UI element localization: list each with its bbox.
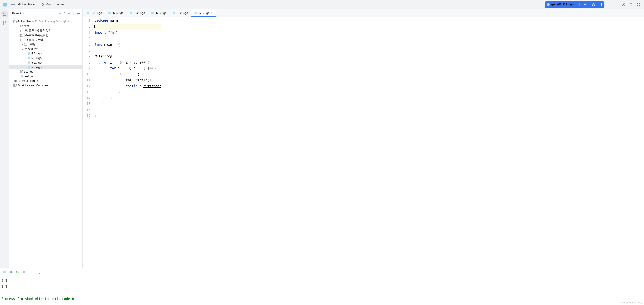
more-actions-button[interactable] <box>599 3 604 6</box>
tree-item-label: 5.2.3.go <box>31 61 42 64</box>
expand-icon[interactable]: ⇵ <box>63 12 66 15</box>
tab-5.1.2.go[interactable]: 5.1.2.go <box>105 9 126 17</box>
run-panel: Run ⋮ 0 11 1 Process finished with the e… <box>0 268 644 305</box>
branch-icon <box>41 3 44 6</box>
run-gutter-icon[interactable]: ▶ <box>95 42 97 48</box>
svg-point-54 <box>88 13 88 13</box>
tab-label: 5.2.1.go <box>135 11 145 15</box>
layout-button[interactable] <box>32 271 35 274</box>
close-pane-icon[interactable]: ✕ <box>68 12 70 15</box>
debug-button[interactable] <box>590 3 598 6</box>
tree-item-第5章流程控制[interactable]: ⌄第5章流程控制 <box>9 38 82 42</box>
tree-item-if判断[interactable]: ›if判断 <box>9 42 82 47</box>
svg-point-71 <box>173 12 176 14</box>
chevron-down-icon: ⌄ <box>66 3 68 6</box>
structure-tool-button[interactable] <box>3 21 6 25</box>
svg-point-7 <box>43 4 44 4</box>
tree-item-label: test <box>24 24 29 28</box>
tree-item-test.go[interactable]: test.go <box>9 74 82 79</box>
svg-point-23 <box>6 29 6 30</box>
svg-point-14 <box>601 5 602 6</box>
fold-icon[interactable]: ⌄ <box>99 42 100 48</box>
svg-point-38 <box>29 62 29 63</box>
project-tool-button[interactable] <box>1 11 8 18</box>
run-configuration[interactable]: go build 5.2.4.go ⌄ <box>545 1 604 8</box>
tree-item-label: 第5章流程控制 <box>24 38 43 42</box>
tree-item-label: 5.2.1.go <box>31 52 42 55</box>
tree-item-label: 5.2.4.go <box>31 66 42 69</box>
code-with-me-icon[interactable] <box>621 2 626 8</box>
svg-point-76 <box>194 12 197 14</box>
project-dropdown[interactable]: GolangStudy ⌄ <box>18 3 38 6</box>
scratches-consoles[interactable]: ›Scratches and Consoles <box>9 83 82 88</box>
svg-point-79 <box>195 13 196 13</box>
tree-item-第3章基本变量与类型[interactable]: ›第3章基本变量与类型 <box>9 28 82 33</box>
project-tree[interactable]: ⌄GolangStudyD:\DingJiaxiong\GolangStudy›… <box>9 18 82 268</box>
svg-point-65 <box>131 13 132 13</box>
tree-item-5.2.4.go[interactable]: 5.2.4.go <box>9 65 82 69</box>
svg-point-11 <box>593 4 594 6</box>
tree-item-循环控制[interactable]: ⌄循环控制 <box>9 47 82 51</box>
twist-icon: › <box>18 25 20 27</box>
locate-icon[interactable]: ⊕ <box>59 12 61 15</box>
code-editor[interactable]: 12345▶⌄678⌄9⌄10⌄11121314151617 package m… <box>82 17 644 268</box>
go-file-icon <box>547 3 550 6</box>
svg-rect-50 <box>14 84 16 86</box>
fold-icon[interactable]: ⌄ <box>99 72 100 78</box>
more-tools-button[interactable] <box>3 29 6 30</box>
left-toolstripe <box>0 9 9 268</box>
search-icon[interactable] <box>628 2 634 8</box>
watermark: CSDN @Ding Jiaxiong <box>618 301 642 304</box>
external-libraries[interactable]: ›External Libraries <box>9 79 82 83</box>
tab-5.2.2.go[interactable]: 5.2.2.go <box>148 9 170 17</box>
tree-item-5.2.2.go[interactable]: 5.2.2.go <box>9 56 82 60</box>
project-pane-title[interactable]: Project ⌄ <box>12 12 24 15</box>
tab-label: 5.1.2.go <box>113 11 124 15</box>
main-area: Project ⌄ ⊕ ⇵ ✕ ⋮ — ⌄GolangStudyD:\DingJ… <box>0 9 644 268</box>
svg-point-43 <box>29 67 29 67</box>
go-file-icon <box>108 12 111 15</box>
tab-5.1.1.go[interactable]: 5.1.1.go <box>84 9 105 17</box>
svg-point-48 <box>22 76 22 76</box>
svg-point-59 <box>109 13 109 13</box>
tree-root[interactable]: ⌄GolangStudyD:\DingJiaxiong\GolangStudy <box>9 19 82 24</box>
rerun-button[interactable] <box>16 270 19 274</box>
svg-point-29 <box>28 57 30 59</box>
tree-item-5.2.3.go[interactable]: 5.2.3.go <box>9 60 82 65</box>
tree-item-test[interactable]: ›test <box>9 24 82 28</box>
run-panel-title[interactable]: Run <box>3 270 12 274</box>
fold-icon[interactable]: ⌄ <box>99 66 100 71</box>
hide-icon[interactable]: — <box>78 12 80 15</box>
tree-item-label: if判断 <box>28 43 35 46</box>
project-pane: Project ⌄ ⊕ ⇵ ✕ ⋮ — ⌄GolangStudyD:\DingJ… <box>9 9 82 268</box>
code-body[interactable]: package main import "fmt"func main() {Ou… <box>92 17 161 268</box>
svg-point-75 <box>174 13 174 13</box>
stop-button[interactable] <box>22 271 25 274</box>
close-tab-icon[interactable]: ✕ <box>211 12 214 15</box>
tree-item-label: 第3章基本变量与类型 <box>24 29 51 33</box>
run-button[interactable] <box>581 3 588 6</box>
settings-icon[interactable] <box>636 2 642 8</box>
svg-point-15 <box>623 3 624 5</box>
tab-5.2.1.go[interactable]: 5.2.1.go <box>126 9 148 17</box>
svg-point-24 <box>28 52 30 55</box>
more-run-actions[interactable]: ⋮ <box>48 270 50 274</box>
tree-item-第4章常量与运算符[interactable]: ›第4章常量与运算符 <box>9 33 82 38</box>
tree-item-go.mod[interactable]: go.mod <box>9 69 82 74</box>
tab-5.2.3.go[interactable]: 5.2.3.go <box>170 9 191 17</box>
delete-button[interactable] <box>38 270 41 274</box>
svg-rect-20 <box>3 24 4 25</box>
svg-point-5 <box>42 3 42 4</box>
svg-point-55 <box>88 13 88 13</box>
options-icon[interactable]: ⋮ <box>72 12 75 15</box>
run-output[interactable]: 0 11 1 Process finished with the exit co… <box>0 276 644 305</box>
twist-icon: ⌄ <box>21 48 24 50</box>
tree-item-5.2.1.go[interactable]: 5.2.1.go <box>9 51 82 56</box>
vcs-dropdown[interactable]: Version control ⌄ <box>41 3 68 6</box>
tree-item-label: test.go <box>24 75 33 78</box>
go-file-icon <box>130 12 132 15</box>
tab-5.2.4.go[interactable]: 5.2.4.go✕ <box>191 9 216 17</box>
svg-point-70 <box>153 13 153 13</box>
fold-icon[interactable]: ⌄ <box>99 60 100 66</box>
main-menu-icon[interactable] <box>11 3 15 6</box>
